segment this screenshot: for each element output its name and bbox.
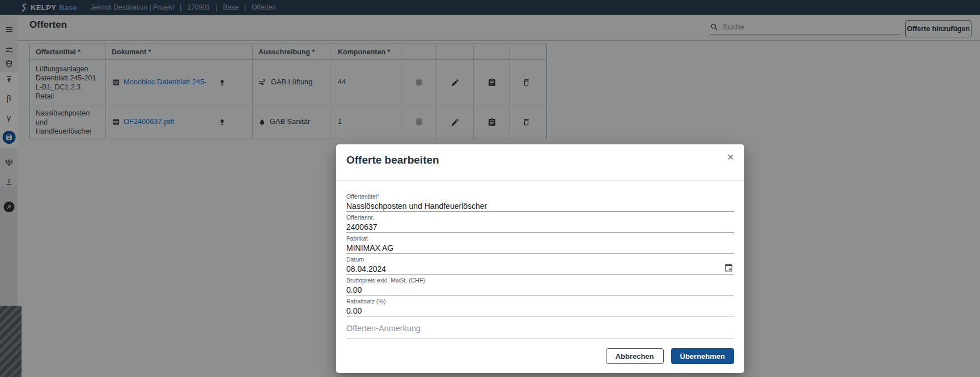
- offertentitel-input[interactable]: Nasslöschposten und Handfeuerlöscher: [346, 202, 734, 211]
- offertennr-input[interactable]: 2400637: [346, 222, 734, 232]
- field-label: Fabrikat: [346, 235, 734, 242]
- fabrikat-field: Fabrikat MINIMAX AG: [346, 234, 734, 254]
- app-screen: KELPY Base Jelmoli Destination | Projekt…: [0, 0, 980, 377]
- close-icon[interactable]: ✕: [724, 150, 736, 165]
- edit-offerte-modal: Offerte bearbeiten ✕ Offertentitel* Nass…: [336, 144, 744, 373]
- anmerkung-input[interactable]: Offerten-Anmerkung: [346, 324, 734, 339]
- field-label: Datum: [346, 256, 734, 263]
- rabattsatz-input[interactable]: 0.00: [346, 306, 734, 315]
- field-label: Offertentitel*: [346, 193, 734, 200]
- modal-divider: [336, 181, 744, 181]
- datum-field: Datum 08.04.2024: [346, 255, 734, 275]
- offertennr-field: Offertennr. 2400637: [346, 213, 734, 233]
- modal-actions: Abbrechen Übernehmen: [346, 348, 734, 364]
- datum-input[interactable]: 08.04.2024: [346, 264, 734, 273]
- field-label: Offertennr.: [346, 214, 734, 221]
- field-label: Bruttopreis exkl. MwSt. (CHF): [346, 277, 734, 284]
- offertentitel-field: Offertentitel* Nasslöschposten und Handf…: [346, 192, 734, 212]
- field-label: Rabattsatz (%): [346, 298, 734, 305]
- rabattsatz-field: Rabattsatz (%) 0.00: [346, 297, 734, 316]
- submit-button[interactable]: Übernehmen: [671, 348, 734, 364]
- calendar-icon[interactable]: [724, 263, 733, 272]
- fabrikat-input[interactable]: MINIMAX AG: [346, 243, 734, 252]
- bruttopreis-input[interactable]: 0.00: [346, 285, 734, 294]
- modal-form: Offertentitel* Nasslöschposten und Handf…: [346, 192, 734, 364]
- bruttopreis-field: Bruttopreis exkl. MwSt. (CHF) 0.00: [346, 276, 734, 295]
- cancel-button[interactable]: Abbrechen: [606, 348, 664, 364]
- modal-title: Offerte bearbeiten: [346, 154, 439, 166]
